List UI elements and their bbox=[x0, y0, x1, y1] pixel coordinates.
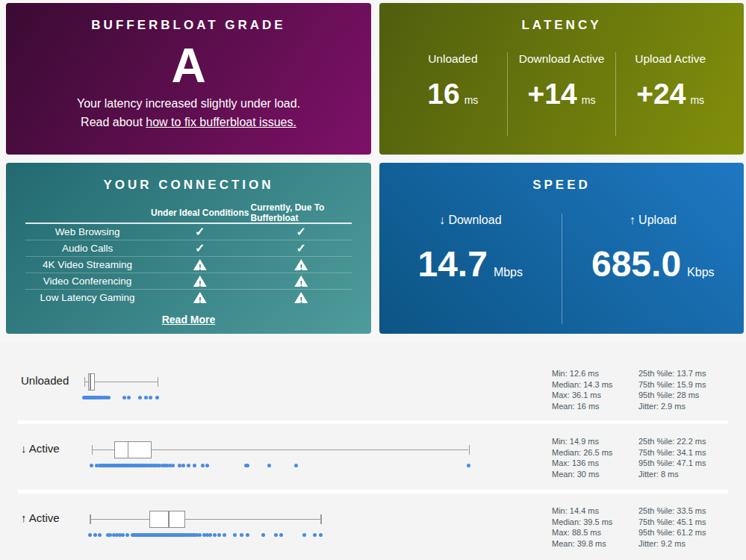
download-value: 14.7Mbps bbox=[379, 245, 562, 284]
upload-unit: Kbps bbox=[687, 266, 714, 279]
latency-sample-dot bbox=[144, 396, 148, 399]
boxplot-whisker-cap bbox=[92, 445, 93, 455]
warning-icon bbox=[193, 259, 207, 270]
read-about-prefix: Read about bbox=[81, 116, 146, 128]
latency-value-unit: ms bbox=[464, 94, 479, 106]
stats-column-right: 25th %ile: 33.5 ms75th %ile: 45.1 ms95th… bbox=[638, 505, 706, 549]
latency-sample-dot bbox=[208, 533, 212, 537]
latency-sample-dot bbox=[205, 464, 209, 467]
grade-message: Your latency increased slightly under lo… bbox=[6, 97, 371, 111]
latency-column-label: Unloaded bbox=[399, 52, 507, 66]
warning-icon bbox=[294, 259, 308, 270]
boxplot-median-line bbox=[168, 511, 170, 528]
upload-number: 685.0 bbox=[591, 244, 681, 284]
latency-column: Upload Active+24ms bbox=[616, 52, 724, 136]
latency-value-unit: ms bbox=[582, 94, 596, 106]
connection-ideal-cell bbox=[149, 259, 250, 270]
latency-columns: Unloaded16msDownload Active+14msUpload A… bbox=[399, 52, 724, 136]
latency-panel-title: LATENCY bbox=[379, 3, 744, 33]
download-speed-column: ↓ Download 14.7Mbps bbox=[379, 214, 562, 284]
stat-line: 25th %ile: 13.7 ms bbox=[638, 368, 706, 379]
stat-line: Mean: 30 ms bbox=[552, 469, 638, 480]
stat-line: Min: 12.6 ms bbox=[552, 368, 638, 379]
latency-sample-dot bbox=[187, 464, 190, 467]
latency-sample-dot bbox=[98, 533, 102, 537]
boxplot-whisker-cap bbox=[84, 377, 86, 387]
latency-sample-dot bbox=[198, 533, 202, 537]
stats-column-left: Min: 14.9 msMedian: 26.5 msMax: 136 msMe… bbox=[552, 436, 638, 479]
latency-sample-dot bbox=[223, 533, 226, 537]
upload-speed-column: ↑ Upload 685.0Kbps bbox=[562, 214, 745, 284]
boxplot-median-line bbox=[128, 441, 129, 458]
fix-bufferbloat-link[interactable]: how to fix bufferbloat issues. bbox=[146, 116, 296, 128]
grade-panel-title: BUFFERBLOAT GRADE bbox=[6, 3, 371, 33]
latency-panel: LATENCY Unloaded16msDownload Active+14ms… bbox=[379, 3, 744, 155]
stat-line: 95th %ile: 47.1 ms bbox=[638, 458, 706, 469]
connection-header-row: Under Ideal ConditionsCurrently, Due To … bbox=[25, 203, 352, 224]
stat-line: 75th %ile: 45.1 ms bbox=[638, 517, 706, 528]
latency-sample-dot bbox=[122, 396, 126, 399]
download-label: ↓ Download bbox=[379, 214, 562, 227]
latency-column-label: Upload Active bbox=[616, 52, 724, 66]
connection-table-row: Video Conferencing bbox=[25, 273, 352, 290]
bufferbloat-grade-panel: BUFFERBLOAT GRADE A Your latency increas… bbox=[6, 3, 371, 155]
latency-value-number: +24 bbox=[636, 78, 686, 110]
latency-sample-dot bbox=[213, 533, 217, 537]
latency-sample-dot bbox=[125, 533, 129, 537]
boxplot-row-label: Unloaded bbox=[21, 374, 69, 387]
boxplot-whisker-cap bbox=[469, 445, 470, 455]
boxplot-whisker-cap bbox=[90, 514, 91, 524]
stat-line: 75th %ile: 15.9 ms bbox=[638, 379, 706, 391]
stats-column-left: Min: 14.4 msMedian: 39.5 msMax: 88.5 msM… bbox=[552, 505, 638, 549]
read-more-link[interactable]: Read More bbox=[162, 314, 216, 326]
stat-line: Mean: 16 ms bbox=[552, 401, 638, 412]
latency-sample-dot bbox=[233, 533, 237, 537]
latency-column-value: +24ms bbox=[616, 78, 724, 111]
connection-table-row: Web Browsing✓✓ bbox=[25, 224, 352, 240]
latency-column: Download Active+14ms bbox=[508, 52, 617, 136]
stat-line: 95th %ile: 28 ms bbox=[638, 390, 706, 401]
stat-line: 25th %ile: 22.2 ms bbox=[638, 436, 706, 447]
stat-line: Max: 88.5 ms bbox=[552, 527, 638, 538]
stat-line: Max: 36.1 ms bbox=[552, 390, 638, 401]
boxplot-row-download-active: ↓ ActiveMin: 14.9 msMedian: 26.5 msMax: … bbox=[0, 424, 746, 490]
connection-row-label: Low Latency Gaming bbox=[25, 292, 149, 303]
connection-ideal-cell: ✓ bbox=[149, 226, 250, 238]
connection-ideal-cell: ✓ bbox=[149, 243, 250, 255]
latency-sample-dot bbox=[90, 464, 93, 467]
connection-table-row: Low Latency Gaming bbox=[25, 290, 352, 305]
grade-letter: A bbox=[6, 42, 371, 90]
latency-sample-dot bbox=[267, 464, 271, 467]
boxplot-median-line bbox=[90, 373, 91, 391]
connection-ideal-cell bbox=[149, 276, 250, 287]
stat-line: Median: 14.3 ms bbox=[552, 379, 638, 391]
warning-icon bbox=[193, 276, 207, 287]
speed-panel-title: SPEED bbox=[379, 163, 744, 193]
latency-column-value: 16ms bbox=[399, 78, 507, 111]
boxplot-row-unloaded: UnloadedMin: 12.6 msMedian: 14.3 msMax: … bbox=[0, 342, 746, 420]
connection-current-cell bbox=[251, 292, 352, 303]
stats-column-left: Min: 12.6 msMedian: 14.3 msMax: 36.1 msM… bbox=[552, 368, 638, 411]
latency-sample-dot bbox=[261, 533, 265, 537]
latency-sample-dot bbox=[302, 533, 306, 537]
stat-line: Jitter: 8 ms bbox=[638, 469, 706, 480]
boxplot-row-label: ↓ Active bbox=[21, 442, 60, 455]
check-icon: ✓ bbox=[296, 226, 306, 238]
check-icon: ✓ bbox=[296, 243, 306, 255]
connection-row-label: Web Browsing bbox=[25, 226, 149, 237]
boxplot-whisker-cap bbox=[320, 514, 322, 524]
connection-table-row: 4K Video Streaming bbox=[25, 257, 352, 273]
boxplot-row-label: ↑ Active bbox=[21, 511, 60, 524]
latency-sample-dot bbox=[201, 464, 205, 467]
download-number: 14.7 bbox=[417, 244, 487, 284]
bufferbloat-results-page: BUFFERBLOAT GRADE A Your latency increas… bbox=[0, 0, 746, 560]
stat-line: Min: 14.9 ms bbox=[552, 436, 638, 447]
warning-icon bbox=[294, 276, 308, 287]
stat-line: Median: 39.5 ms bbox=[552, 517, 638, 528]
boxplot-stats: Min: 12.6 msMedian: 14.3 msMax: 36.1 msM… bbox=[552, 368, 706, 411]
latency-boxplot-charts: UnloadedMin: 12.6 msMedian: 14.3 msMax: … bbox=[0, 342, 746, 560]
latency-sample-dot bbox=[107, 396, 111, 399]
connection-current-cell: ✓ bbox=[251, 243, 352, 255]
connection-current-cell bbox=[251, 259, 352, 270]
latency-column-value: +14ms bbox=[508, 78, 616, 111]
